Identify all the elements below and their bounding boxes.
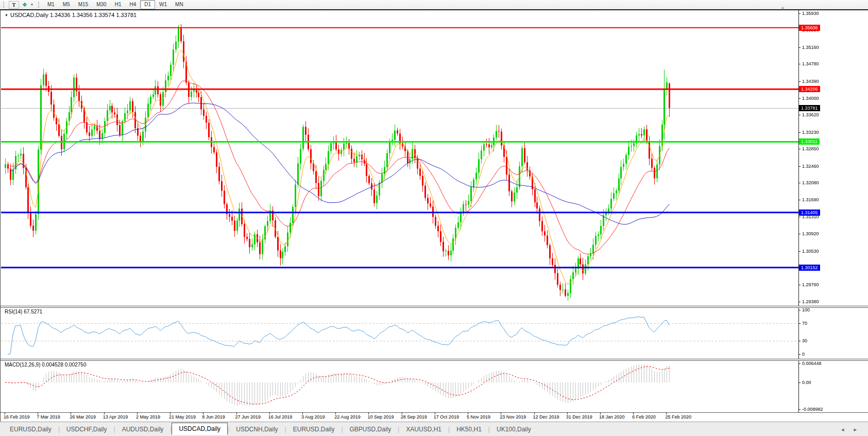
price-axis-tick: [798, 285, 801, 285]
price-axis-tick: [798, 47, 801, 48]
price-axis-label: 1.34390: [802, 79, 819, 84]
tab-usdchf-daily[interactable]: USDCHF,Daily: [60, 424, 114, 434]
chart-title-text: USDCAD,Daily 1.34336 1.34356 1.33574 1.3…: [10, 12, 137, 18]
timeframe-button-group: M1M5M15M30H1H4D1W1MN: [43, 0, 188, 9]
time-axis-label: 6 Feb 2020: [632, 414, 656, 420]
time-axis-label: 27 Jun 2019: [235, 414, 261, 420]
time-axis-label: 23 Nov 2019: [500, 414, 526, 420]
timeframe-button-m15[interactable]: M15: [74, 0, 92, 9]
price-chart-canvas[interactable]: [1, 10, 798, 412]
rsi-indicator-label: RSI(14) 67.5271: [5, 309, 42, 315]
price-axis-label: 1.29380: [802, 299, 819, 304]
time-axis-label: 12 Dec 2019: [533, 414, 559, 420]
collapse-triangle-icon[interactable]: ▼: [5, 13, 8, 17]
hline-price-badge: 1.33011: [799, 138, 820, 145]
time-axis-label: 18 Jan 2020: [599, 414, 625, 420]
hline-price-badge: 1.35606: [799, 25, 820, 31]
price-axis-label: 1.35930: [802, 11, 819, 16]
macd-axis-tick: [798, 363, 801, 364]
price-axis-tick: [798, 149, 801, 149]
time-axis-label: 21 May 2019: [169, 414, 196, 420]
tab-xauusd-h1[interactable]: XAUUSD,H1: [399, 424, 448, 434]
macd-axis-label: -0.008982: [802, 407, 823, 412]
macd-axis-label: 0.006448: [802, 361, 822, 366]
time-axis-label: 5 Nov 2019: [467, 414, 490, 420]
tab-gbpusd-daily[interactable]: GBPUSD,Daily: [343, 424, 398, 434]
rsi-axis-label: 100: [802, 307, 810, 312]
tab-scroll-arrows-icon[interactable]: ◂ ▸: [841, 426, 861, 433]
price-axis-tick: [798, 302, 801, 302]
rsi-axis-tick: [798, 341, 801, 341]
hline-price-badge: 1.34206: [799, 86, 820, 92]
rsi-axis-tick: [798, 354, 801, 355]
price-axis-label: 1.31690: [802, 197, 819, 202]
price-axis-tick: [798, 132, 801, 133]
timeframe-button-m1[interactable]: M1: [43, 0, 59, 9]
macd-axis-label: 0.00: [802, 380, 811, 385]
drawing-tool-icon[interactable]: ❖: [20, 1, 29, 9]
time-axis-label: 2 May 2019: [136, 414, 160, 420]
price-axis-label: 1.32080: [802, 180, 819, 185]
tab-usdcad-daily[interactable]: USDCAD,Daily: [172, 423, 228, 435]
price-axis-label: 1.35160: [802, 45, 819, 50]
timeframe-button-h1[interactable]: H1: [111, 0, 126, 9]
rsi-axis-label: 70: [802, 321, 807, 326]
rsi-axis-tick: [798, 310, 801, 310]
rsi-axis-label: 0: [802, 352, 805, 357]
time-axis-label: 31 Dec 2019: [566, 414, 592, 420]
price-axis-label: 1.32850: [802, 146, 819, 151]
tab-audusd-daily[interactable]: AUDUSD,Daily: [115, 424, 171, 434]
time-axis-label: 17 Oct 2019: [434, 414, 459, 420]
time-axis-label: 8 Jun 2019: [202, 414, 225, 420]
price-axis-label: 1.33620: [802, 112, 819, 117]
time-axis-label: 16 Jul 2019: [268, 414, 293, 420]
price-axis-tick: [798, 81, 801, 82]
price-axis-tick: [798, 166, 801, 167]
time-axis-label: 22 Aug 2019: [334, 414, 361, 420]
chart-tab-bar: EURUSD,Daily|USDCHF,Daily|AUDUSD,Daily|U…: [0, 422, 868, 436]
toolbar-grip[interactable]: [3, 2, 6, 8]
price-axis-tick: [798, 183, 801, 183]
hline-price-badge: 1.30152: [799, 265, 820, 271]
chart-title: ▼USDCAD,Daily 1.34336 1.34356 1.33574 1.…: [5, 12, 137, 18]
toolbar-grip[interactable]: [38, 2, 41, 8]
price-axis-label: 1.29760: [802, 282, 819, 287]
time-axis-label: 3 Aug 2019: [301, 414, 325, 420]
pane-separator[interactable]: [1, 359, 868, 361]
price-axis-tick: [798, 217, 801, 217]
tool-dropdown-caret-icon[interactable]: ▼: [30, 3, 33, 6]
time-axis-label: 26 Mar 2019: [70, 414, 96, 420]
time-axis-label: 7 Mar 2019: [37, 414, 60, 420]
timeframe-button-m30[interactable]: M30: [92, 0, 110, 9]
macd-axis-tick: [798, 382, 801, 383]
tab-uk100-daily[interactable]: UK100,Daily: [490, 424, 538, 434]
price-axis-tick: [798, 234, 801, 234]
time-axis-label: 10 Sep 2019: [367, 414, 394, 420]
rsi-axis-tick: [798, 323, 801, 324]
text-tool-icon[interactable]: T: [9, 1, 19, 9]
time-axis-label: 28 Sep 2019: [401, 414, 427, 420]
chart-window: ▲ ▼USDCAD,Daily 1.34336 1.34356 1.33574 …: [0, 9, 868, 422]
timeframe-button-h4[interactable]: H4: [125, 0, 140, 9]
price-axis-label: 1.30920: [802, 231, 819, 236]
price-axis-tick: [798, 200, 801, 200]
timeframe-button-d1[interactable]: D1: [140, 0, 155, 9]
time-axis-label: 16 Feb 2019: [4, 414, 30, 420]
timeframe-button-m5[interactable]: M5: [59, 0, 74, 9]
price-axis-tick: [798, 64, 801, 64]
tab-eurusd-daily[interactable]: EURUSD,Daily: [3, 424, 58, 434]
timeframe-button-mn[interactable]: MN: [171, 0, 188, 9]
tab-hk50-h1[interactable]: HK50,H1: [450, 424, 488, 434]
price-axis-label: 1.32460: [802, 164, 819, 169]
price-axis-tick: [798, 115, 801, 115]
pane-separator[interactable]: [1, 306, 868, 308]
macd-axis-tick: [798, 409, 801, 410]
price-axis-label: 1.34780: [802, 61, 819, 66]
timeframe-button-w1[interactable]: W1: [155, 0, 171, 9]
scroll-marker-icon[interactable]: ▲: [781, 6, 785, 9]
price-axis-tick: [798, 13, 801, 14]
tab-eurusd-daily[interactable]: EURUSD,Daily: [286, 424, 342, 434]
toolbar: T ❖ ▼ M1M5M15M30H1H4D1W1MN: [0, 0, 868, 10]
tab-usdcnh-daily[interactable]: USDCNH,Daily: [229, 424, 284, 434]
price-axis-tick: [798, 98, 801, 99]
